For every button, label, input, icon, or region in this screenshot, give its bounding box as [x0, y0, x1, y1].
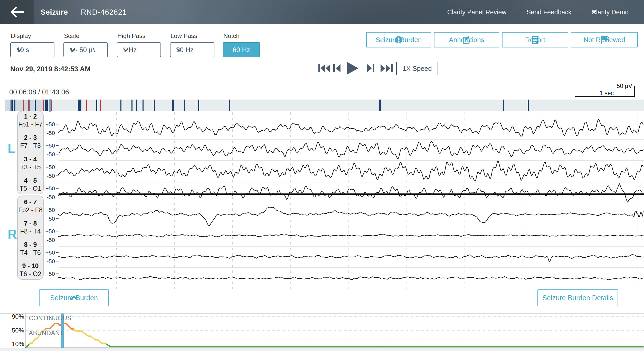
- zone-label-abundant: ABUNDANT: [29, 329, 64, 337]
- playback-speed-label: 1X Speed: [402, 65, 432, 73]
- recording-timeline[interactable]: [5, 100, 644, 111]
- step-forward-button[interactable]: [367, 64, 374, 72]
- display-select[interactable]: 10 s: [10, 42, 54, 57]
- eeg-trace-canvas: [0, 112, 644, 289]
- notch-value: 60 Hz: [233, 46, 250, 54]
- timeline-event-marker-blue: [96, 100, 97, 111]
- low-pass-value: 30 Hz: [176, 46, 194, 54]
- timeline-event-marker-blue: [380, 100, 381, 111]
- seizure-burden-details-button[interactable]: Seizure Burden Details: [537, 289, 618, 306]
- timeline-event-marker-blue: [528, 100, 529, 111]
- bottom-strip: [0, 348, 644, 351]
- display-label: Display: [11, 32, 31, 40]
- timeline-event-marker-blue: [136, 100, 137, 111]
- eeg-trace-Fp2-F8: [59, 207, 643, 226]
- channel-number: 9 - 10: [17, 262, 44, 270]
- back-arrow-icon: [10, 6, 24, 18]
- timeline-event-marker-blue: [198, 100, 199, 111]
- record-id: RND-462621: [81, 8, 127, 16]
- scalebar-vertical-line: [634, 86, 635, 97]
- timeline-event-marker-blue: [229, 100, 230, 111]
- timeline-event-marker-red: [28, 100, 29, 111]
- high-pass-value: 1 Hz: [123, 46, 137, 54]
- channel-number: 7 - 8: [17, 220, 44, 227]
- seizure-burden-chart: [0, 314, 644, 351]
- annotations-button[interactable]: Annotations: [434, 32, 499, 47]
- timeline-event-marker-blue: [154, 100, 155, 111]
- user-menu-label: Clarity Demo: [592, 8, 629, 16]
- timeline-event-marker-blue: [184, 100, 185, 111]
- timeline-event-marker-blue: [14, 100, 15, 111]
- burden-pct-label: 10%: [8, 340, 24, 348]
- timeline-event-marker-red: [86, 100, 87, 111]
- app-root: Seizure RND-462621 Clarity Panel Review …: [0, 0, 644, 351]
- not-reviewed-button[interactable]: Not Reviewed: [571, 32, 638, 47]
- high-pass-label: High Pass: [117, 32, 145, 40]
- channel-number: 8 - 9: [17, 241, 44, 248]
- timeline-event-marker-blue: [47, 100, 48, 111]
- timeline-event-marker-blue: [35, 100, 36, 111]
- current-timestamp: Nov 29, 2019 8:42:53 AM: [10, 65, 91, 73]
- scale-select[interactable]: +/- 50 µV: [63, 42, 108, 57]
- timeline-event-marker-blue: [78, 100, 79, 111]
- scalebar-horizontal-line: [575, 96, 635, 97]
- eeg-trace-F7-T3: [59, 141, 643, 159]
- gain-label-pos: +50: [39, 249, 55, 256]
- report-button[interactable]: Report: [502, 32, 568, 47]
- gain-label-pos: +50: [39, 207, 55, 213]
- play-button[interactable]: [347, 62, 358, 74]
- notch-toggle-button[interactable]: 60 Hz: [223, 42, 260, 57]
- skip-to-start-button[interactable]: [318, 64, 331, 72]
- timeline-event-marker-blue: [79, 100, 80, 111]
- step-back-button[interactable]: [333, 64, 340, 72]
- scale-value: +/- 50 µV: [70, 46, 95, 54]
- eeg-trace-T4-T6: [59, 255, 643, 262]
- gain-label-pos: +50: [39, 121, 55, 128]
- header-title-wrap: Seizure RND-462621: [41, 0, 127, 24]
- gain-label-pos: +50: [39, 164, 55, 171]
- low-pass-label: Low Pass: [171, 32, 197, 40]
- playback-speed-button[interactable]: 1X Speed: [396, 62, 438, 75]
- gain-label-pos: +50: [39, 228, 55, 235]
- link-clarity-panel-review[interactable]: Clarity Panel Review: [447, 8, 507, 16]
- burden-pct-label: 50%: [8, 327, 24, 334]
- time-position-counter: 00:06:08 / 01:43:06: [9, 88, 69, 96]
- timeline-event-marker-blue: [143, 100, 144, 111]
- eeg-trace-T5-O1: [59, 184, 643, 202]
- annotations-button-label: Annotations: [449, 36, 484, 44]
- gain-label-pos: +50: [39, 142, 55, 149]
- timeline-event-marker-blue: [80, 100, 81, 111]
- skip-to-end-button[interactable]: [381, 64, 393, 72]
- eeg-trace-F8-T4: [59, 235, 643, 237]
- report-button-label: Report: [525, 36, 545, 44]
- channel-number: 3 - 4: [17, 155, 44, 163]
- low-pass-select[interactable]: 30 Hz: [170, 42, 214, 57]
- seizure-burden-button-label: Seizure Burden: [376, 36, 422, 44]
- seizure-burden-details-label: Seizure Burden Details: [542, 294, 613, 302]
- back-button[interactable]: [0, 0, 34, 24]
- high-pass-select[interactable]: 1 Hz: [117, 42, 161, 57]
- timeline-event-marker-blue: [173, 100, 174, 111]
- zone-label-continuous: CONTINUOUS: [29, 315, 71, 322]
- timeline-event-marker-blue: [503, 100, 504, 111]
- timeline-event-marker-red: [51, 100, 52, 111]
- timeline-event-marker-red: [23, 100, 24, 111]
- app-header: Seizure RND-462621 Clarity Panel Review …: [0, 0, 644, 24]
- timeline-event-marker-blue: [120, 100, 121, 111]
- header-links: Clarity Panel Review Send Feedback Clari…: [447, 0, 629, 24]
- eeg-trace-T6-O2: [59, 277, 643, 280]
- voltage-scale-label: 50 µV: [617, 83, 632, 90]
- link-send-feedback[interactable]: Send Feedback: [526, 8, 571, 16]
- channel-number: 6 - 7: [17, 198, 44, 206]
- page-title: Seizure: [41, 8, 68, 16]
- channel-number: 4 - 5: [17, 177, 44, 184]
- group-right-label: R: [8, 227, 18, 242]
- burden-panel-border: [0, 313, 644, 314]
- timeline-event-marker-blue: [46, 100, 47, 111]
- seizure-burden-toggle-button[interactable]: Seizure Burden: [39, 289, 109, 306]
- timeline-cursor[interactable]: [49, 99, 51, 112]
- notch-label: Notch: [223, 32, 240, 40]
- seizure-burden-button[interactable]: Seizure Burden: [366, 32, 431, 47]
- timeline-event-marker-red: [43, 100, 44, 111]
- user-menu[interactable]: Clarity Demo: [592, 8, 629, 16]
